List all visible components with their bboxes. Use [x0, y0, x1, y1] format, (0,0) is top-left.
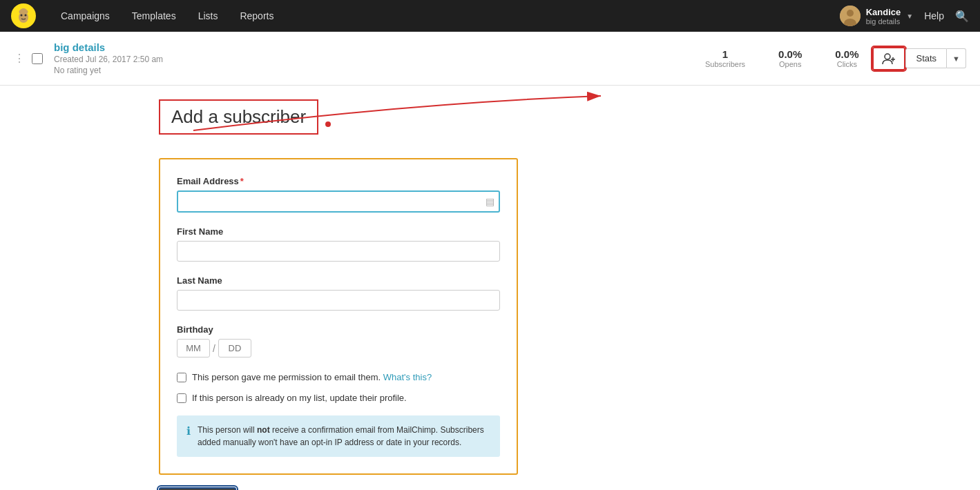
form-actions: Subscribe Cancel — [159, 487, 821, 490]
nav-links: Campaigns Templates Lists Reports — [50, 0, 285, 32]
nav-templates[interactable]: Templates — [121, 0, 187, 32]
permission-label: This person gave me permission to email … — [192, 371, 432, 384]
birthday-mm-input[interactable] — [177, 339, 210, 357]
subscribe-button[interactable]: Subscribe — [159, 487, 236, 490]
top-nav: Campaigns Templates Lists Reports Kandic… — [0, 0, 980, 32]
last-name-group: Last Name — [177, 275, 500, 311]
stats-button[interactable]: Stats — [905, 48, 947, 68]
svg-point-8 — [847, 10, 854, 17]
list-actions: Stats ▼ — [872, 47, 966, 70]
stat-opens: 0.0% Opens — [778, 48, 802, 68]
list-created: Created Jul 26, 2017 2:50 am — [54, 55, 705, 64]
opens-value: 0.0% — [778, 48, 802, 60]
user-sub: big details — [866, 17, 901, 26]
add-subscriber-form: Email Address* ▤ First Name Last Name Bi… — [159, 158, 518, 475]
stat-clicks: 0.0% Clicks — [835, 48, 858, 68]
subscribers-label: Subscribers — [705, 60, 745, 68]
list-name-area: big details Created Jul 26, 2017 2:50 am… — [54, 41, 705, 75]
user-name: Kandice — [866, 7, 901, 17]
subscribers-count: 1 — [705, 48, 745, 60]
list-checkbox[interactable] — [32, 53, 43, 64]
page-title: Add a subscriber — [171, 106, 306, 128]
permission-checkbox-row: This person gave me permission to email … — [177, 371, 500, 384]
required-star: * — [240, 176, 244, 186]
chevron-down-icon: ▼ — [906, 12, 913, 20]
page-title-box: Add a subscriber — [159, 99, 318, 135]
svg-point-5 — [19, 10, 23, 14]
help-link[interactable]: Help — [924, 10, 944, 21]
search-icon[interactable]: 🔍 — [955, 10, 969, 23]
info-icon: ℹ — [186, 424, 191, 438]
logo[interactable] — [11, 3, 36, 28]
list-row: ⋮ big details Created Jul 26, 2017 2:50 … — [0, 32, 980, 86]
birthday-row: / — [177, 339, 500, 357]
first-name-label: First Name — [177, 226, 500, 237]
page-content-area: Add a subscriber Email Address* ▤ First … — [0, 86, 980, 490]
nav-lists[interactable]: Lists — [187, 0, 229, 32]
first-name-input[interactable] — [177, 241, 500, 262]
svg-point-2 — [21, 14, 23, 17]
email-label: Email Address* — [177, 176, 500, 186]
drag-handle-icon[interactable]: ⋮ — [14, 52, 25, 65]
list-name-link[interactable]: big details — [54, 41, 105, 53]
clicks-label: Clicks — [835, 60, 858, 68]
stats-group: Stats ▼ — [905, 48, 966, 68]
update-profile-label: If this person is already on my list, up… — [192, 392, 407, 404]
nav-campaigns[interactable]: Campaigns — [50, 0, 121, 32]
nav-right: Kandice big details ▼ Help 🔍 — [840, 6, 969, 26]
logo-icon — [11, 3, 36, 28]
info-text: This person will not receive a confirmat… — [198, 424, 490, 449]
birthday-dd-input[interactable] — [218, 339, 251, 357]
annotation-dot — [325, 121, 331, 127]
birthday-group: Birthday / — [177, 324, 500, 357]
clicks-value: 0.0% — [835, 48, 858, 60]
permission-checkbox[interactable] — [177, 373, 186, 382]
add-subscriber-button[interactable] — [872, 47, 905, 70]
user-menu[interactable]: Kandice big details ▼ — [840, 6, 913, 26]
avatar — [840, 6, 861, 26]
last-name-label: Last Name — [177, 275, 500, 286]
svg-point-10 — [885, 54, 890, 59]
birthday-separator: / — [213, 343, 215, 354]
svg-point-6 — [25, 10, 28, 14]
whats-this-link[interactable]: What's this? — [383, 372, 432, 382]
last-name-input[interactable] — [177, 290, 500, 311]
user-info: Kandice big details — [866, 7, 901, 26]
email-icon: ▤ — [486, 196, 494, 207]
email-group: Email Address* ▤ — [177, 176, 500, 213]
stats-dropdown-button[interactable]: ▼ — [947, 48, 966, 68]
update-profile-checkbox[interactable] — [177, 393, 186, 403]
birthday-label: Birthday — [177, 324, 500, 335]
nav-reports[interactable]: Reports — [229, 0, 285, 32]
list-rating: No rating yet — [54, 66, 705, 75]
list-stats: 1 Subscribers 0.0% Opens 0.0% Clicks — [705, 48, 858, 68]
opens-label: Opens — [778, 60, 802, 68]
email-input-wrapper: ▤ — [177, 190, 500, 213]
svg-point-3 — [25, 14, 27, 17]
info-box: ℹ This person will not receive a confirm… — [177, 415, 500, 457]
update-profile-checkbox-row: If this person is already on my list, up… — [177, 392, 500, 404]
stat-subscribers: 1 Subscribers — [705, 48, 745, 68]
email-input[interactable] — [177, 190, 500, 213]
main-content: ⋮ big details Created Jul 26, 2017 2:50 … — [0, 32, 980, 490]
first-name-group: First Name — [177, 226, 500, 262]
